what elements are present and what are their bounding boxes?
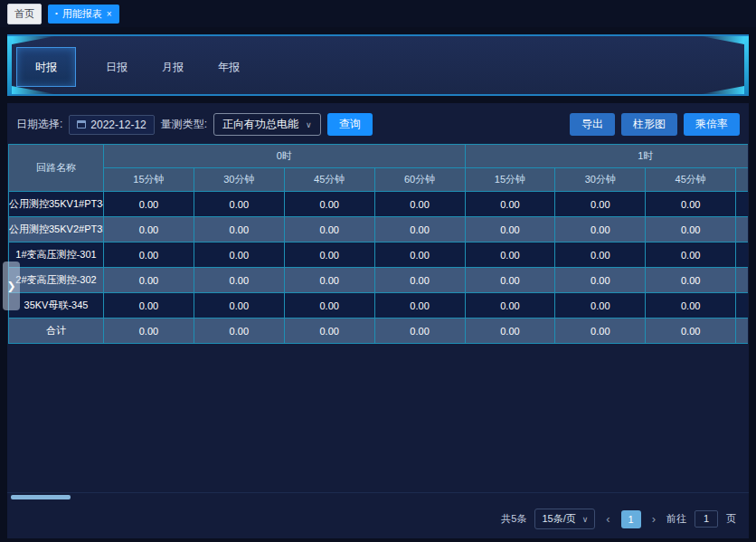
report-table-wrap: 回路名称 0时 1时 15分钟 30分钟 45分钟 60分钟 15分钟 30分钟… (8, 144, 748, 344)
page-number-button[interactable]: 1 (621, 510, 641, 528)
cell-value: 0.00 (194, 192, 284, 217)
horizontal-scrollbar-track (7, 492, 749, 500)
cell-value: 0.00 (736, 268, 748, 293)
cell-value: 0.00 (646, 192, 736, 217)
chevron-down-icon: ∨ (582, 515, 589, 524)
column-header-minute: 45分钟 (284, 168, 374, 192)
horizontal-scrollbar-thumb[interactable] (11, 495, 71, 499)
measure-type-select[interactable]: 正向有功总电能 ∨ (213, 113, 321, 136)
pagination-bar: 共5条 15条/页 ∨ ‹ 1 › 前往 1 页 (7, 500, 749, 538)
cell-value: 0.00 (465, 192, 555, 217)
cell-value: 0.00 (555, 242, 646, 268)
cell-value: 0.00 (284, 192, 374, 217)
filter-bar: 日期选择: 2022-12-12 量测类型: 正向有功总电能 ∨ 查询 导出 柱… (7, 103, 749, 144)
cell-value: 0.00 (465, 242, 555, 268)
close-icon[interactable]: × (107, 9, 112, 19)
cell-value: 0.00 (104, 242, 194, 268)
row-name: 公用测控35KV1#PT34-9 (9, 192, 104, 217)
banner-corner-decoration (701, 36, 744, 44)
tab-daily-report[interactable]: 日报 (89, 60, 145, 75)
table-row: 35KV母联-345 0.000.000.000.000.000.000.000… (9, 293, 749, 319)
cell-value: 0.00 (194, 242, 284, 268)
table-row: 公用测控35KV1#PT34-9 0.000.000.000.000.000.0… (9, 192, 749, 217)
cell-value: 0.00 (555, 319, 646, 344)
drawer-toggle[interactable]: ❯ (3, 261, 20, 310)
tab-home[interactable]: 首页 (7, 4, 42, 24)
table-row: 合计 0.000.000.000.000.000.000.000.00 (9, 319, 749, 344)
measure-type-value: 正向有功总电能 (222, 117, 298, 132)
row-name: 合计 (9, 319, 104, 344)
column-header-circuit-name: 回路名称 (9, 145, 104, 192)
tab-energy-report[interactable]: • 用能报表 × (48, 5, 119, 24)
banner-corner-decoration (701, 86, 744, 94)
cell-value: 0.00 (104, 319, 194, 344)
table-body: 公用测控35KV1#PT34-9 0.000.000.000.000.000.0… (9, 192, 749, 344)
cell-value: 0.00 (736, 192, 748, 217)
banner-left-edge-decoration (7, 36, 12, 94)
column-header-minute: 30分钟 (555, 168, 646, 192)
cell-value: 0.00 (284, 268, 374, 293)
cell-value: 0.00 (465, 293, 555, 319)
row-name: 1#变高压测控-301 (9, 242, 104, 268)
cell-value: 0.00 (374, 192, 465, 217)
cell-value: 0.00 (374, 293, 465, 319)
column-header-minute: 60分钟 (374, 168, 465, 192)
tab-energy-report-label: 用能报表 (62, 7, 102, 21)
cell-value: 0.00 (736, 217, 748, 242)
pagination-total: 共5条 (501, 512, 526, 526)
column-group-hour-0: 0时 (104, 145, 466, 168)
report-table: 回路名称 0时 1时 15分钟 30分钟 45分钟 60分钟 15分钟 30分钟… (8, 144, 748, 344)
banner-right-edge-decoration (744, 36, 749, 94)
bar-chart-button[interactable]: 柱形图 (621, 113, 677, 136)
column-header-minute: 45分钟 (646, 168, 736, 192)
date-label: 日期选择: (16, 117, 62, 132)
report-period-tabs: 时报 日报 月报 年报 (16, 45, 257, 89)
active-dot-icon: • (55, 10, 58, 17)
cell-value: 0.00 (104, 268, 194, 293)
chevron-down-icon: ∨ (306, 120, 312, 129)
cell-value: 0.00 (736, 319, 748, 344)
cell-value: 0.00 (555, 192, 646, 217)
cell-value: 0.00 (284, 242, 374, 268)
column-header-minute: 60分钟 (736, 168, 748, 192)
row-name: 2#变高压测控-302 (9, 268, 104, 293)
cell-value: 0.00 (465, 217, 555, 242)
column-header-minute: 15分钟 (104, 168, 194, 192)
cell-value: 0.00 (104, 192, 194, 217)
cell-value: 0.00 (646, 268, 736, 293)
table-row: 1#变高压测控-301 0.000.000.000.000.000.000.00… (9, 242, 749, 268)
column-group-hour-1: 1时 (465, 145, 748, 168)
table-row: 2#变高压测控-302 0.000.000.000.000.000.000.00… (9, 268, 749, 293)
next-page-icon[interactable]: › (649, 512, 658, 526)
cell-value: 0.00 (555, 217, 646, 242)
tab-annual-report[interactable]: 年报 (201, 60, 257, 75)
cell-value: 0.00 (465, 319, 555, 344)
chevron-right-icon: ❯ (6, 280, 15, 292)
prev-page-icon[interactable]: ‹ (603, 512, 612, 526)
goto-label: 前往 (666, 512, 686, 526)
cell-value: 0.00 (736, 293, 748, 319)
row-name: 公用测控35KV2#PT35-9 (9, 217, 104, 242)
tab-monthly-report[interactable]: 月报 (145, 60, 201, 75)
cell-value: 0.00 (194, 217, 284, 242)
goto-page-input[interactable]: 1 (695, 510, 718, 528)
cell-value: 0.00 (194, 293, 284, 319)
cell-value: 0.00 (465, 268, 555, 293)
cell-value: 0.00 (646, 319, 736, 344)
page-size-select[interactable]: 15条/页 ∨ (534, 509, 595, 529)
page-suffix-label: 页 (726, 512, 736, 526)
report-panel: 日期选择: 2022-12-12 量测类型: 正向有功总电能 ∨ 查询 导出 柱… (7, 103, 749, 538)
cell-value: 0.00 (646, 217, 736, 242)
cell-value: 0.00 (646, 293, 736, 319)
date-picker[interactable]: 2022-12-12 (69, 115, 154, 135)
date-value: 2022-12-12 (90, 119, 146, 131)
table-row: 公用测控35KV2#PT35-9 0.000.000.000.000.000.0… (9, 217, 749, 242)
cell-value: 0.00 (104, 217, 194, 242)
tab-hourly-report[interactable]: 时报 (16, 47, 76, 87)
report-tabs-banner: 时报 日报 月报 年报 (7, 34, 749, 96)
cell-value: 0.00 (284, 319, 374, 344)
multiplier-button[interactable]: 乘倍率 (684, 113, 740, 136)
export-button[interactable]: 导出 (570, 113, 615, 136)
cell-value: 0.00 (194, 268, 284, 293)
query-button[interactable]: 查询 (327, 113, 373, 136)
